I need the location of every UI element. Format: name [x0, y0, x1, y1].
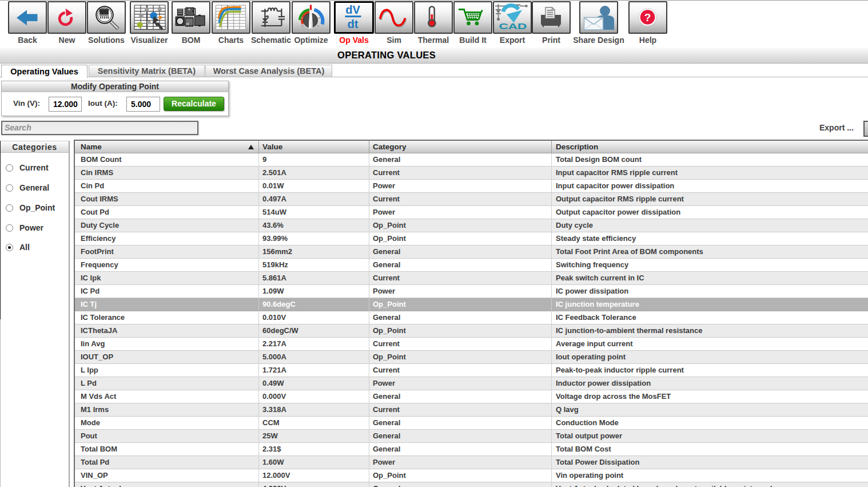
svg-text:?: ? — [644, 11, 651, 23]
svg-text:CAD: CAD — [499, 22, 527, 31]
svg-text:dV: dV — [345, 3, 360, 16]
svg-text:dt: dt — [348, 18, 359, 30]
